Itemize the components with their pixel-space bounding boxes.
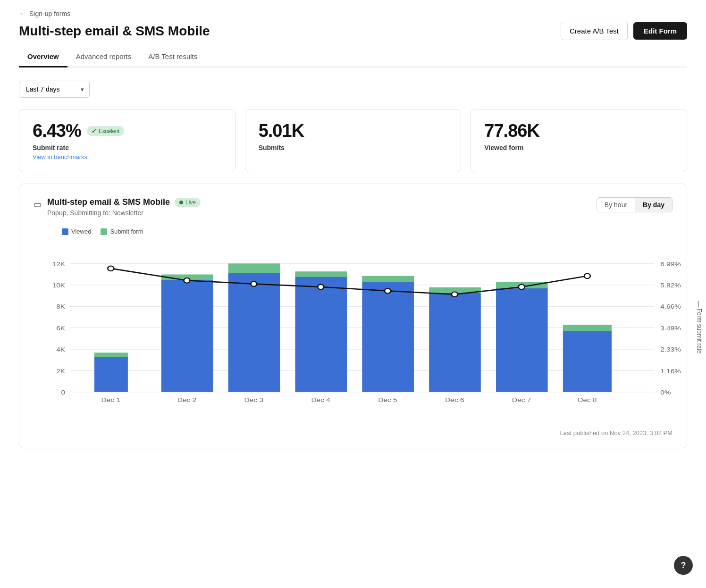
line-dot-dec2	[184, 278, 190, 283]
legend-submit-form-label: Submit form	[110, 228, 143, 235]
line-dot-dec7	[519, 285, 525, 290]
metrics-row: 6.43% ✔ Excellent Submit rate View in be…	[19, 109, 687, 172]
back-arrow-icon: ←	[19, 9, 26, 18]
chart-header: ▭ Multi-step email & SMS Mobile Live Pop…	[34, 197, 672, 217]
line-dot-dec6	[452, 292, 458, 297]
by-hour-button[interactable]: By hour	[597, 198, 635, 212]
header-actions: Create A/B Test Edit Form	[561, 22, 687, 40]
svg-text:Dec 5: Dec 5	[378, 396, 397, 403]
svg-text:4.66%: 4.66%	[660, 303, 681, 310]
svg-text:Dec 8: Dec 8	[578, 396, 597, 403]
excellent-badge: ✔ Excellent	[87, 126, 124, 136]
bar-dec1-submit	[94, 353, 128, 357]
chart-area: 0 2K 4K 6K 8K 10K 12K 0% 1.16% 2.33% 3.4…	[34, 243, 672, 422]
bar-dec5-viewed	[362, 281, 414, 392]
tabs-bar: Overview Advanced reports A/B Test resul…	[19, 48, 687, 67]
svg-text:3.49%: 3.49%	[660, 325, 681, 331]
metric-value-submit-rate: 6.43% ✔ Excellent	[33, 121, 222, 141]
svg-text:0: 0	[61, 389, 65, 395]
bar-dec4-submit	[295, 271, 347, 277]
tab-ab-test-results[interactable]: A/B Test results	[140, 48, 206, 67]
date-select[interactable]: Last 7 days Last 30 days Last 90 days	[19, 81, 90, 98]
legend-submit-form-color	[101, 228, 107, 235]
line-dot-dec4	[318, 285, 324, 290]
svg-text:— Form submit rate: — Form submit rate	[695, 301, 704, 354]
metric-label-viewed-form: Viewed form	[484, 144, 673, 151]
line-dot-dec1	[108, 266, 114, 271]
bar-dec5-submit	[362, 276, 414, 282]
line-dot-dec8	[584, 273, 590, 278]
svg-text:Dec 4: Dec 4	[311, 396, 330, 403]
bar-dec6-viewed	[429, 293, 481, 392]
chart-form-icon: ▭	[34, 199, 42, 210]
bar-dec8-viewed	[563, 331, 612, 392]
metric-label-submit-rate: Submit rate	[33, 144, 222, 151]
svg-text:6K: 6K	[56, 325, 66, 331]
live-dot-icon	[179, 201, 183, 204]
svg-text:6.99%: 6.99%	[660, 260, 681, 267]
bar-dec2-viewed	[161, 279, 213, 392]
bar-dec8-submit	[563, 325, 612, 331]
tab-overview[interactable]: Overview	[19, 48, 67, 67]
legend-viewed-label: Viewed	[71, 228, 91, 235]
chart-legend: Viewed Submit form	[34, 228, 672, 235]
chart-title-section: ▭ Multi-step email & SMS Mobile Live Pop…	[34, 197, 201, 217]
date-select-wrapper: Last 7 days Last 30 days Last 90 days ▾	[19, 81, 90, 98]
bar-dec3-submit	[228, 263, 280, 273]
tab-advanced-reports[interactable]: Advanced reports	[67, 48, 140, 67]
date-filter: Last 7 days Last 30 days Last 90 days ▾	[19, 81, 687, 98]
metric-label-submits: Submits	[259, 144, 448, 151]
chart-svg: 0 2K 4K 6K 8K 10K 12K 0% 1.16% 2.33% 3.4…	[34, 243, 672, 422]
bar-dec1-viewed	[94, 356, 128, 392]
svg-text:4K: 4K	[56, 346, 66, 353]
line-dot-dec5	[385, 288, 391, 294]
svg-text:Dec 7: Dec 7	[512, 396, 531, 403]
svg-text:5.82%: 5.82%	[660, 282, 681, 288]
chart-card: ▭ Multi-step email & SMS Mobile Live Pop…	[19, 184, 687, 448]
svg-text:0%: 0%	[660, 389, 671, 395]
svg-text:12K: 12K	[52, 260, 66, 267]
svg-text:10K: 10K	[52, 282, 66, 288]
back-link[interactable]: ← Sign-up forms	[19, 9, 687, 18]
chart-subtitle: Popup, Submitting to: Newsletter	[47, 209, 201, 217]
svg-text:2K: 2K	[56, 368, 66, 374]
metric-value-submits: 5.01K	[259, 121, 448, 141]
metric-card-submits: 5.01K Submits	[245, 109, 462, 172]
bar-dec7-viewed	[496, 288, 548, 392]
metric-card-submit-rate: 6.43% ✔ Excellent Submit rate View in be…	[19, 109, 235, 172]
metric-value-viewed-form: 77.86K	[484, 121, 673, 141]
header-row: Multi-step email & SMS Mobile Create A/B…	[19, 22, 687, 40]
help-icon: ?	[681, 561, 686, 571]
view-benchmarks-link[interactable]: View in benchmarks	[33, 153, 222, 160]
by-day-button[interactable]: By day	[635, 198, 672, 212]
svg-text:Dec 3: Dec 3	[244, 396, 264, 403]
svg-text:Dec 2: Dec 2	[177, 396, 197, 403]
legend-viewed-color	[62, 228, 68, 235]
page-title: Multi-step email & SMS Mobile	[19, 24, 210, 39]
svg-text:Dec 1: Dec 1	[101, 396, 121, 403]
help-button[interactable]: ?	[674, 556, 693, 575]
check-icon: ✔	[92, 127, 96, 134]
bar-dec4-viewed	[295, 277, 347, 392]
legend-submit-form: Submit form	[101, 228, 143, 235]
metric-card-viewed-form: 77.86K Viewed form	[471, 109, 687, 172]
chart-title: Multi-step email & SMS Mobile Live	[47, 197, 201, 207]
svg-text:2.33%: 2.33%	[660, 346, 681, 353]
back-link-label: Sign-up forms	[29, 10, 70, 17]
svg-text:1.16%: 1.16%	[660, 368, 681, 374]
chart-toggle-buttons: By hour By day	[597, 197, 672, 212]
bar-dec3-viewed	[228, 272, 280, 392]
live-badge: Live	[175, 198, 201, 207]
legend-viewed: Viewed	[62, 228, 91, 235]
line-dot-dec3	[251, 281, 257, 286]
chart-title-block: Multi-step email & SMS Mobile Live Popup…	[47, 197, 201, 217]
svg-text:Dec 6: Dec 6	[445, 396, 464, 403]
edit-form-button[interactable]: Edit Form	[633, 22, 687, 40]
chart-footer: Last published on Nov 24, 2023, 3:02 PM	[34, 429, 672, 437]
create-ab-test-button[interactable]: Create A/B Test	[561, 22, 628, 40]
svg-text:8K: 8K	[56, 303, 66, 310]
